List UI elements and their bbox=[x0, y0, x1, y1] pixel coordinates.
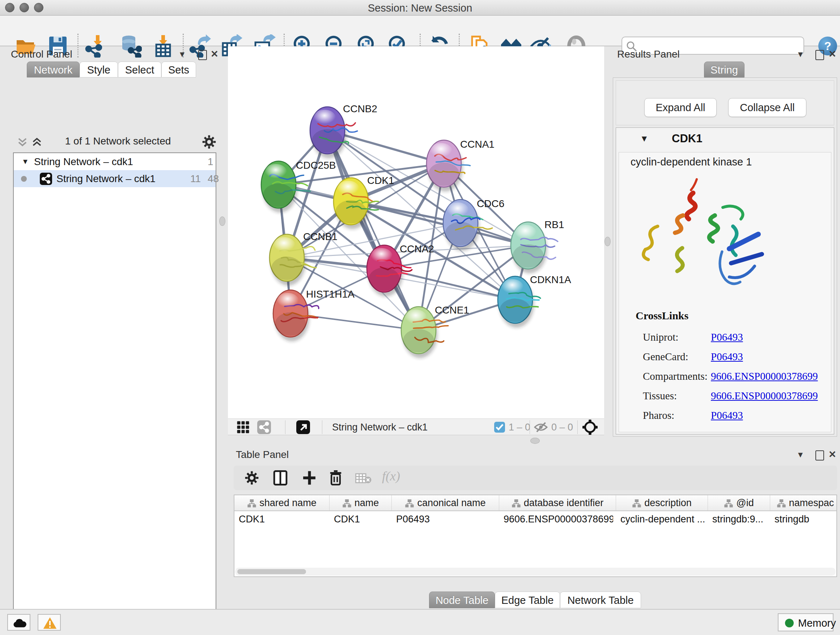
current-network-title: String Network – cdk1 bbox=[332, 422, 428, 433]
tab-edge-table[interactable]: Edge Table bbox=[495, 592, 560, 608]
string-view-icon[interactable] bbox=[257, 420, 271, 434]
panel-float-icon[interactable] bbox=[198, 50, 207, 60]
tab-network-table[interactable]: Network Table bbox=[560, 592, 641, 608]
crosslink-link[interactable]: 9606.ENSP00000378699 bbox=[711, 371, 818, 382]
table-cell[interactable]: cyclin-dependent ... bbox=[621, 512, 705, 526]
column-label: description bbox=[644, 497, 692, 508]
grid-view-icon[interactable] bbox=[236, 421, 250, 434]
create-column-icon[interactable] bbox=[302, 470, 317, 486]
node-label-CDC6: CDC6 bbox=[477, 198, 504, 209]
column-header-description[interactable]: description bbox=[616, 495, 708, 510]
column-header-shared-name[interactable]: shared name bbox=[234, 495, 330, 510]
bottom-splitter-handle[interactable] bbox=[531, 438, 540, 444]
cloud-icon bbox=[12, 618, 27, 629]
expand-all-button[interactable]: Expand All bbox=[644, 98, 717, 117]
panel-float-icon[interactable] bbox=[815, 50, 824, 60]
column-header-canonical-name[interactable]: canonical name bbox=[392, 495, 499, 510]
node-label-CDKN1A: CDKN1A bbox=[530, 274, 571, 285]
panel-menu-icon[interactable]: ▾ bbox=[798, 49, 803, 59]
column-type-icon bbox=[512, 499, 521, 508]
table-cell[interactable]: CDK1 bbox=[334, 512, 389, 526]
crosslink-label: Uniprot: bbox=[643, 331, 678, 343]
tab-sets[interactable]: Sets bbox=[161, 62, 196, 78]
crosslink-link[interactable]: P06493 bbox=[711, 331, 743, 343]
network-count: 48 bbox=[208, 170, 219, 187]
table-horizontal-scrollbar[interactable] bbox=[235, 568, 836, 576]
column-type-icon bbox=[342, 499, 352, 508]
node-label-HIST1H1A: HIST1H1A bbox=[306, 288, 355, 300]
network-list: ▼String Network – cdk11String Network – … bbox=[13, 152, 216, 635]
panel-menu-icon[interactable]: ▾ bbox=[180, 49, 185, 59]
table-cell[interactable]: stringdb bbox=[775, 512, 837, 526]
panel-close-icon[interactable]: ✕ bbox=[829, 49, 836, 59]
tab-node-table[interactable]: Node Table bbox=[429, 592, 495, 608]
expand-all-icon[interactable] bbox=[32, 138, 42, 147]
cloud-button[interactable] bbox=[7, 614, 30, 631]
network-graph[interactable]: CCNB2CCNA1CDC25BCDK1CDC6RB1CCNB1CCNA2CDK… bbox=[228, 46, 604, 418]
expander-icon[interactable]: ▼ bbox=[22, 153, 29, 170]
column-header-namespac[interactable]: namespac bbox=[770, 495, 837, 510]
table-toolbar: f(x) bbox=[234, 466, 837, 490]
memory-button[interactable]: Memory bbox=[778, 613, 834, 631]
crosslinks-title: CrossLinks bbox=[636, 310, 688, 322]
table-cell[interactable]: 9606.ENSP00000378699 bbox=[504, 512, 613, 526]
memory-label: Memory bbox=[798, 617, 836, 629]
hidden-counts: 0 – 0 bbox=[551, 422, 573, 433]
warnings-button[interactable] bbox=[38, 614, 61, 631]
crosslink-link[interactable]: P06493 bbox=[711, 351, 743, 363]
node-label-RB1: RB1 bbox=[545, 219, 564, 230]
collapse-all-button[interactable]: Collapse All bbox=[728, 98, 806, 117]
crosslink-label: Pharos: bbox=[643, 409, 674, 421]
tab-string[interactable]: String bbox=[704, 62, 745, 78]
results-gene-details: cyclin-dependent kinase 1 CrossLinks Uni… bbox=[619, 152, 831, 432]
control-panel-title: Control Panel bbox=[11, 49, 73, 60]
birds-eye-view-icon[interactable] bbox=[583, 420, 598, 435]
column-label: shared name bbox=[259, 497, 317, 508]
left-splitter-handle[interactable] bbox=[219, 217, 225, 226]
separator bbox=[530, 420, 530, 434]
column-header-name[interactable]: name bbox=[330, 495, 392, 510]
column-header-database-identifier[interactable]: database identifier bbox=[499, 495, 616, 510]
crosslink-label: Compartments: bbox=[643, 371, 707, 382]
network-count: 1 bbox=[208, 153, 213, 170]
table-scrollbar-thumb[interactable] bbox=[237, 569, 306, 574]
selected-nodes-checkbox-icon[interactable] bbox=[494, 422, 505, 432]
column-label: @id bbox=[736, 497, 753, 508]
network-view[interactable]: CCNB2CCNA1CDC25BCDK1CDC6RB1CCNB1CCNA2CDK… bbox=[228, 46, 604, 418]
main-toolbar: ? bbox=[0, 16, 840, 46]
tab-select[interactable]: Select bbox=[118, 62, 161, 78]
node-label-CDK1: CDK1 bbox=[367, 175, 394, 186]
table-cell[interactable]: P06493 bbox=[396, 512, 496, 526]
crosslink-link[interactable]: P06493 bbox=[711, 409, 743, 421]
protein-structure-image bbox=[639, 173, 776, 293]
panel-close-icon[interactable]: ✕ bbox=[210, 49, 218, 59]
network-options-gear-icon[interactable] bbox=[202, 135, 216, 149]
gene-expander-icon[interactable]: ▼ bbox=[640, 134, 649, 144]
column-header-@id[interactable]: @id bbox=[708, 495, 770, 510]
collapse-all-icon[interactable] bbox=[17, 138, 27, 147]
network-tree-row[interactable]: ▼String Network – cdk11 bbox=[14, 153, 216, 170]
delete-column-icon[interactable] bbox=[328, 470, 343, 486]
function-builder-icon: f(x) bbox=[382, 469, 400, 484]
panel-float-icon[interactable] bbox=[815, 450, 824, 461]
network-tree-row[interactable]: String Network – cdk11148 bbox=[14, 170, 216, 187]
table-options-gear-icon[interactable] bbox=[245, 470, 259, 485]
table-cell[interactable]: CDK1 bbox=[239, 512, 327, 526]
panel-close-icon[interactable]: ✕ bbox=[829, 450, 836, 459]
window-title: Session: New Session bbox=[0, 2, 840, 14]
network-status-dot bbox=[21, 176, 27, 182]
column-type-icon bbox=[777, 499, 786, 508]
table-cell[interactable]: stringdb:9... bbox=[712, 512, 767, 526]
open-in-window-icon[interactable] bbox=[296, 420, 310, 434]
right-splitter-handle[interactable] bbox=[605, 237, 611, 246]
tab-network[interactable]: Network bbox=[27, 62, 80, 78]
panel-menu-icon[interactable]: ▾ bbox=[798, 450, 803, 459]
selected-counts: 1 – 0 bbox=[508, 422, 531, 433]
crosslink-link[interactable]: 9606.ENSP00000378699 bbox=[711, 390, 818, 402]
show-columns-icon[interactable] bbox=[273, 470, 288, 486]
tab-style[interactable]: Style bbox=[80, 62, 118, 78]
node-label-CCNA2: CCNA2 bbox=[400, 243, 434, 255]
node-label-CCNB2: CCNB2 bbox=[343, 103, 377, 114]
node-label-CCNA1: CCNA1 bbox=[460, 139, 494, 150]
control-panel: Control Panel ▾ ✕ NetworkStyleSelectSets… bbox=[4, 46, 221, 606]
